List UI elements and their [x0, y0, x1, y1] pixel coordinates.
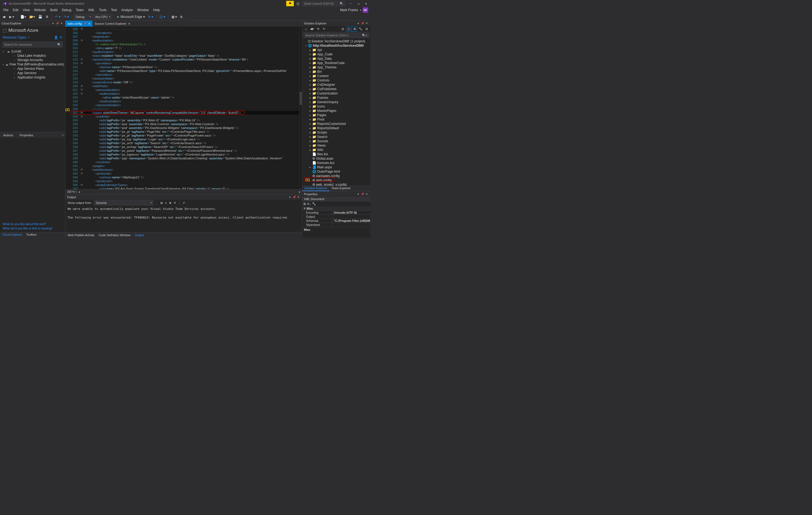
sol-item-global-asax[interactable]: ⚙Global.asax — [302, 156, 370, 161]
close-icon[interactable]: ✕ — [365, 22, 369, 25]
sol-item-app_runtimecode[interactable]: ▸📁App_RuntimeCode — [302, 61, 370, 65]
quick-launch-input[interactable]: Quick Launch (Ctrl+Q) 🔍 — [302, 1, 345, 6]
toolbar-btn-3[interactable]: ⧉ — [179, 14, 184, 20]
menu-xml[interactable]: XML — [86, 8, 97, 12]
cloud-search-input[interactable]: Search for resources 🔍 — [2, 42, 63, 48]
platform-combo[interactable]: Any CPU▾ — [93, 14, 112, 20]
sol-item-masterpages[interactable]: ▸📁MasterPages — [302, 109, 370, 113]
bottom-tab-web-publish-activity[interactable]: Web Publish Activity — [65, 233, 96, 237]
right-tab-team-explorer[interactable]: Team Explorer — [329, 186, 353, 191]
browser-link-button[interactable]: ↻ ▾ — [147, 14, 155, 20]
cloud-tree-item[interactable]: ▫Application Insights — [0, 75, 65, 80]
feedback-like-link[interactable]: What do you like about this tool? — [3, 222, 62, 226]
toolbar-btn-2[interactable]: ▦ ▾ — [170, 14, 178, 20]
prop-row-stylesheet[interactable]: Stylesheet — [302, 223, 370, 227]
show-all-icon[interactable]: ◫ — [346, 27, 351, 31]
sol-item-main-aspx[interactable]: ▸📘Main.aspx — [302, 165, 370, 169]
refresh-icon[interactable]: ↻ — [60, 35, 62, 39]
account-icon[interactable]: 👤 — [54, 35, 58, 39]
output-clear-button[interactable]: ✕ — [174, 201, 176, 205]
output-btn-1[interactable]: ⊞ — [160, 201, 163, 205]
minimap-scrollbar[interactable] — [299, 27, 302, 189]
sol-item-app_code[interactable]: ▸📁App_Code — [302, 52, 370, 56]
actions-tab[interactable]: Actions — [0, 133, 16, 137]
preview-icon[interactable]: ⊟ — [364, 27, 369, 31]
bottom-tab-output[interactable]: Output — [133, 233, 146, 237]
new-project-button[interactable]: 📄▾ — [19, 14, 27, 20]
minimize-button[interactable]: ─ — [348, 1, 354, 6]
config-combo[interactable]: Debug▾ — [74, 14, 93, 20]
prop-row-encoding[interactable]: EncodingUnicode (UTF-8) — [302, 210, 370, 214]
user-name[interactable]: Mark Franks — [338, 8, 360, 12]
close-icon[interactable]: ✕ — [365, 192, 369, 196]
dropdown-icon[interactable]: ▾ — [288, 195, 292, 199]
output-source-combo[interactable]: General▾ — [94, 200, 153, 206]
sol-item-cstdesigner[interactable]: ▸📁CstDesigner — [302, 83, 370, 87]
properties-obj-type[interactable]: XML Document — [302, 197, 370, 201]
output-wrap-button[interactable]: ↵ — [183, 201, 185, 205]
chevron-down-icon[interactable]: ▼ — [360, 9, 361, 11]
properties-icon[interactable]: 🔧 — [358, 27, 363, 31]
sol-item-app_themes[interactable]: ▸📁App_Themes — [302, 65, 370, 70]
solution-search-input[interactable]: Search Solution Explorer (Ctrl+;) 🔍▾ — [303, 33, 369, 38]
sol-item-views[interactable]: ▸📁Views — [302, 143, 370, 148]
cloud-tree-item[interactable]: ▫Storage Accounts — [0, 58, 65, 62]
code-editor[interactable]: (2) 305306307308309310311312313314315316… — [65, 27, 302, 189]
cloud-tree-item[interactable]: ▫App Services — [0, 71, 65, 75]
menu-edit[interactable]: Edit — [10, 8, 21, 12]
doc-tab-web-config[interactable]: web.config📌✕ — [65, 21, 92, 27]
sol-item-bin[interactable]: ▸📁Bin — [302, 70, 370, 74]
sync-icon[interactable]: ⟲ — [315, 27, 321, 31]
menu-view[interactable]: View — [21, 8, 32, 12]
sol-item-content[interactable]: ▸📁Content — [302, 74, 370, 78]
output-btn-3[interactable]: ≣ — [169, 201, 171, 205]
pin-icon[interactable]: 📌 — [360, 192, 365, 196]
menu-debug[interactable]: Debug — [60, 8, 74, 12]
maximize-button[interactable]: ▭ — [355, 1, 361, 6]
menu-website[interactable]: Website — [32, 8, 48, 12]
close-button[interactable]: ✕ — [363, 1, 369, 6]
zoom-level[interactable]: 100 % — [67, 190, 75, 193]
menu-team[interactable]: Team — [74, 8, 86, 12]
open-button[interactable]: 📂▾ — [28, 14, 36, 20]
close-icon[interactable]: ✕ — [296, 195, 300, 199]
doc-tab-source-control-explorer[interactable]: Source Control Explorer✕ — [92, 21, 133, 27]
menu-file[interactable]: File — [1, 8, 10, 12]
right-tab-solution-explorer[interactable]: Solution Explorer — [302, 186, 329, 191]
sol-item-reportscustomized[interactable]: ▸📁ReportsCustomized — [302, 121, 370, 126]
menu-test[interactable]: Test — [109, 8, 119, 12]
props-category[interactable]: ▿Misc — [302, 206, 370, 210]
back-icon[interactable]: ◀▾ — [309, 27, 315, 31]
sol-item-pivot[interactable]: ▸📁Pivot — [302, 117, 370, 121]
save-button[interactable]: 💾 — [37, 14, 44, 20]
toolbox-tab[interactable]: Toolbox — [24, 233, 39, 238]
sol-item-controls[interactable]: ▸📁Controls — [302, 78, 370, 83]
sol-item-http-localhost-accservicesdb6-[interactable]: ▿🌐http://localhost/AccServicesDB6/ — [302, 44, 370, 48]
sol-item-icons[interactable]: ▸📁Icons — [302, 104, 370, 109]
sol-item-pages[interactable]: ▸📁Pages — [302, 113, 370, 117]
sol-item-api[interactable]: ▸📁Api — [302, 48, 370, 52]
cloud-tree-item[interactable]: ▫App Service Plans — [0, 66, 65, 71]
menu-help[interactable]: Help — [151, 8, 162, 12]
feedback-icon[interactable]: ◱ — [294, 1, 301, 6]
resource-types-dropdown[interactable]: Resource Types — [3, 35, 26, 39]
sol-item-outerpage-html[interactable]: 🌐OuterPage.html — [302, 169, 370, 174]
menu-window[interactable]: Window — [135, 8, 151, 12]
redo-button[interactable]: ↷ ▾ — [62, 14, 70, 20]
collapse-icon[interactable]: ⊟ — [340, 27, 345, 31]
dropdown-icon[interactable]: ▾ — [51, 22, 55, 25]
user-avatar[interactable]: MF — [363, 7, 368, 13]
prop-row-output[interactable]: Output — [302, 214, 370, 219]
sol-item-frames[interactable]: ▸📁Frames — [302, 96, 370, 100]
cloud-explorer-tab[interactable]: Cloud Explorer — [0, 233, 24, 238]
home-icon[interactable]: ⌂ — [303, 27, 309, 31]
cloud-tree-item[interactable]: ▫Data Lake Analytics — [0, 53, 65, 58]
save-all-button[interactable]: 🗎 — [44, 14, 50, 20]
sol-item-reportsdefault[interactable]: ▸📁ReportsDefault — [302, 126, 370, 130]
menu-build[interactable]: Build — [48, 8, 60, 12]
sol-item-wiki[interactable]: ▸📁Wiki — [302, 148, 370, 152]
sol-item-packages-config[interactable]: ⚙packages.config — [302, 174, 370, 178]
dropdown-icon[interactable]: ▾ — [356, 22, 360, 25]
sol-item-licenses-licx[interactable]: 📄licenses.licx — [302, 161, 370, 165]
fold-gutter[interactable]: ⊟⊟⊟⊟⊟⊟⊟⊟⊟⊟⊟⊟ — [80, 27, 83, 189]
